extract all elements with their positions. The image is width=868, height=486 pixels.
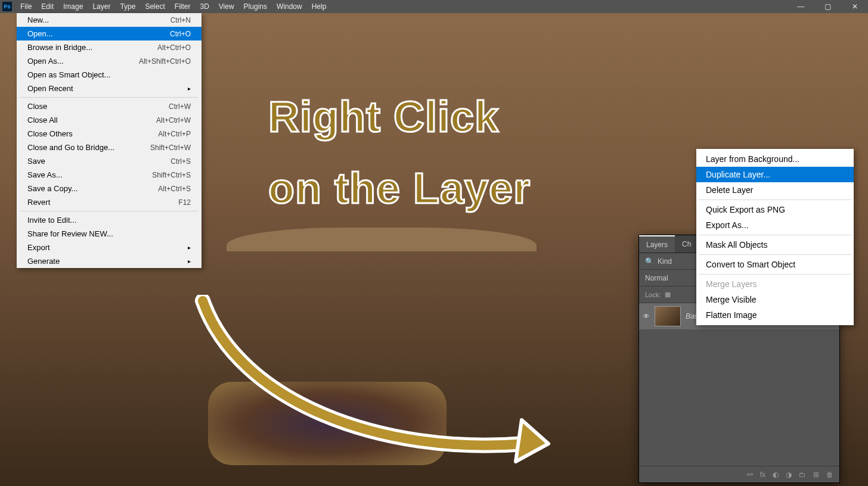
ctx-delete-layer[interactable]: Delete Layer [696, 182, 854, 198]
file-menu-new[interactable]: New...Ctrl+N [17, 13, 202, 27]
file-menu-browse-in-bridge[interactable]: Browse in Bridge...Alt+Ctrl+O [17, 40, 202, 54]
mask-icon[interactable]: ◐ [773, 471, 779, 479]
menu-select[interactable]: Select [140, 0, 169, 13]
ctx-duplicate-layer[interactable]: Duplicate Layer... [696, 167, 854, 182]
app-logo: Ps [2, 2, 12, 11]
ctx-flatten-image[interactable]: Flatten Image [696, 307, 854, 323]
menu-plugins[interactable]: Plugins [239, 0, 272, 13]
file-menu-open[interactable]: Open...Ctrl+O [17, 27, 202, 40]
file-menu-close-others[interactable]: Close OthersAlt+Ctrl+P [17, 127, 202, 141]
annotation-line-1: Right Click [268, 92, 499, 141]
file-menu: New...Ctrl+NOpen...Ctrl+OBrowse in Bridg… [17, 13, 202, 268]
minimize-button[interactable]: — [788, 0, 814, 13]
file-menu-save-a-copy[interactable]: Save a Copy...Alt+Ctrl+S [17, 182, 202, 195]
file-menu-revert[interactable]: RevertF12 [17, 195, 202, 209]
ctx-convert-to-smart-object[interactable]: Convert to Smart Object [696, 257, 854, 272]
menu-help[interactable]: Help [307, 0, 331, 13]
new-layer-icon[interactable]: ⊞ [813, 471, 819, 479]
link-layers-icon[interactable]: ⚯ [747, 471, 753, 479]
menu-filter[interactable]: Filter [170, 0, 196, 13]
file-menu-close[interactable]: CloseCtrl+W [17, 99, 202, 113]
menubar: Ps FileEditImageLayerTypeSelectFilter3DV… [0, 0, 868, 13]
ctx-mask-all-objects[interactable]: Mask All Objects [696, 237, 854, 253]
ctx-layer-from-background[interactable]: Layer from Background... [696, 151, 854, 167]
delete-layer-icon[interactable]: 🗑 [826, 471, 833, 479]
annotation-arrow [191, 295, 560, 468]
adjustment-icon[interactable]: ◑ [786, 471, 792, 479]
menu-3d[interactable]: 3D [195, 0, 213, 13]
layer-context-menu: Layer from Background...Duplicate Layer.… [696, 149, 854, 325]
file-menu-open-recent[interactable]: Open Recent [17, 82, 202, 95]
tab-channels[interactable]: Ch [675, 235, 698, 253]
close-button[interactable]: ✕ [841, 0, 868, 13]
fx-icon[interactable]: fx [760, 471, 765, 479]
ctx-merge-layers: Merge Layers [696, 276, 854, 292]
menu-file[interactable]: File [16, 0, 36, 13]
lock-label: Lock: [645, 291, 661, 298]
menu-window[interactable]: Window [272, 0, 307, 13]
menu-edit[interactable]: Edit [36, 0, 58, 13]
lock-transparency-icon[interactable]: ▦ [663, 290, 672, 300]
menu-type[interactable]: Type [115, 0, 140, 13]
ctx-quick-export-as-png[interactable]: Quick Export as PNG [696, 202, 854, 217]
file-menu-close-and-go-to-bridge[interactable]: Close and Go to Bridge...Shift+Ctrl+W [17, 141, 202, 154]
menu-image[interactable]: Image [58, 0, 88, 13]
menu-layer[interactable]: Layer [88, 0, 115, 13]
file-menu-share-for-review-new[interactable]: Share for Review NEW... [17, 227, 202, 241]
file-menu-save[interactable]: SaveCtrl+S [17, 154, 202, 168]
layer-thumbnail [655, 306, 681, 326]
search-icon: 🔍 [645, 257, 654, 266]
menu-view[interactable]: View [214, 0, 239, 13]
maximize-button[interactable]: ▢ [814, 0, 841, 13]
file-menu-export[interactable]: Export [17, 241, 202, 254]
ctx-export-as[interactable]: Export As... [696, 217, 854, 233]
file-menu-close-all[interactable]: Close AllAlt+Ctrl+W [17, 113, 202, 127]
ctx-merge-visible[interactable]: Merge Visible [696, 292, 854, 307]
annotation-line-2: on the Layer [268, 164, 531, 213]
file-menu-save-as[interactable]: Save As...Shift+Ctrl+S [17, 168, 202, 182]
tab-layers[interactable]: Layers [639, 235, 675, 253]
group-icon[interactable]: 🗀 [799, 471, 806, 479]
file-menu-open-as-smart-object[interactable]: Open as Smart Object... [17, 68, 202, 82]
visibility-eye-icon[interactable]: 👁 [643, 312, 650, 320]
file-menu-generate[interactable]: Generate [17, 254, 202, 268]
file-menu-open-as[interactable]: Open As...Alt+Shift+Ctrl+O [17, 54, 202, 68]
blend-mode-dropdown[interactable]: Normal [645, 274, 668, 282]
file-menu-invite-to-edit[interactable]: Invite to Edit... [17, 213, 202, 227]
kind-filter-label[interactable]: Kind [658, 257, 672, 266]
